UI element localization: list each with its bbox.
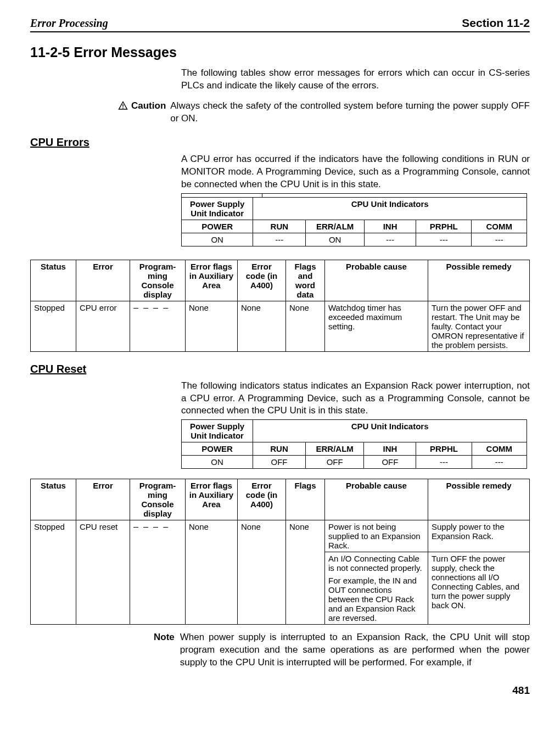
t1h1: Power Supply Unit Indicator xyxy=(182,197,253,220)
ce-h3: Error flags in Auxiliary Area xyxy=(186,260,238,301)
t2h2: CPU Unit Indicators xyxy=(253,420,527,442)
cpu-reset-ind-wrap: Power Supply Unit Indicator CPU Unit Ind… xyxy=(181,419,530,469)
ce-h0: Status xyxy=(31,260,76,301)
ce-code: None xyxy=(238,301,286,351)
t1c4: PRPHL xyxy=(416,220,472,233)
page-number: 481 xyxy=(30,685,530,697)
t1c5: COMM xyxy=(472,220,527,233)
ce-status: Stopped xyxy=(31,301,76,351)
t1c1: RUN xyxy=(253,220,306,233)
ce-display: – – – – xyxy=(130,301,186,351)
t2c5: COMM xyxy=(472,442,527,456)
cpu-reset-indicator-table: Power Supply Unit Indicator CPU Unit Ind… xyxy=(181,419,527,469)
ce-h6: Probable cause xyxy=(325,260,428,301)
ce-remedy: Turn the power OFF and restart. The Unit… xyxy=(428,301,530,351)
t1c3: INH xyxy=(365,220,416,233)
t2h1: Power Supply Unit Indicator xyxy=(182,420,253,442)
t2r3: OFF xyxy=(364,456,416,469)
t1r1: --- xyxy=(253,233,306,246)
ce-h5: Flags and word data xyxy=(286,260,325,301)
cr-cause2b: For example, the IN and OUT connections … xyxy=(325,574,428,625)
cr-h2: Program-ming Console display xyxy=(130,479,186,520)
header-left: Error Processing xyxy=(30,17,108,30)
note-label: Note xyxy=(154,631,175,669)
t2r0: ON xyxy=(182,456,253,469)
cr-remedy1: Supply power to the Expansion Rack. xyxy=(428,520,530,552)
ce-h4: Error code (in A400) xyxy=(238,260,286,301)
t2c1: RUN xyxy=(253,442,306,456)
header-right: Section 11-2 xyxy=(462,16,530,30)
t2c3: INH xyxy=(364,442,416,456)
cr-h5: Flags xyxy=(286,479,325,520)
caution-text: Always check the safety of the controlle… xyxy=(170,100,530,125)
t1c0: POWER xyxy=(182,220,253,233)
t1r5: --- xyxy=(472,233,527,246)
ce-h1: Error xyxy=(76,260,130,301)
t2r2: OFF xyxy=(305,456,364,469)
t2c4: PRPHL xyxy=(416,442,472,456)
cpu-errors-ind-fixed: Power Supply Unit Indicator CPU Unit Ind… xyxy=(181,197,530,246)
t2c0: POWER xyxy=(182,442,253,456)
note-text: When power supply is interrupted to an E… xyxy=(180,631,530,669)
t2c2: ERR/ALM xyxy=(305,442,364,456)
cpu-reset-status-table: Status Error Program-ming Console displa… xyxy=(30,479,530,625)
ce-fwd: None xyxy=(286,301,325,351)
caution-icon xyxy=(118,100,129,111)
cr-h1: Error xyxy=(76,479,130,520)
section-intro: The following tables show error messages… xyxy=(181,67,530,92)
svg-point-1 xyxy=(122,108,124,109)
cr-cause2a: An I/O Connecting Cable is not connected… xyxy=(325,552,428,575)
cr-h7: Possible remedy xyxy=(428,479,530,520)
t2r1: OFF xyxy=(253,456,306,469)
cr-h4: Error code (in A400) xyxy=(238,479,286,520)
cr-display: – – – – xyxy=(130,520,186,625)
table-row: Stopped CPU error – – – – None None None… xyxy=(31,301,530,351)
section-title: 11-2-5 Error Messages xyxy=(30,44,530,60)
ce-flags: None xyxy=(186,301,238,351)
t1h2: CPU Unit Indicators xyxy=(253,197,527,220)
t2r4: --- xyxy=(416,456,472,469)
cpu-errors-intro: A CPU error has occurred if the indicato… xyxy=(181,153,530,191)
cr-h3: Error flags in Auxiliary Area xyxy=(186,479,238,520)
cr-remedy2: Turn OFF the power supply, check the con… xyxy=(428,552,530,625)
table-row: Stopped CPU reset – – – – None None None… xyxy=(31,520,530,552)
cr-error: CPU reset xyxy=(76,520,130,625)
t1r2: ON xyxy=(306,233,365,246)
cpu-errors-status-table: Status Error Program-ming Console displa… xyxy=(30,260,530,352)
ce-h7: Possible remedy xyxy=(428,260,530,301)
cpu-reset-intro: The following indicators status indicate… xyxy=(181,380,530,418)
cr-code: None xyxy=(238,520,286,625)
t1r3: --- xyxy=(365,233,416,246)
caution-label: Caution xyxy=(131,100,166,113)
ce-cause: Watchdog timer has exceeded maximum sett… xyxy=(325,301,428,351)
page-header: Error Processing Section 11-2 xyxy=(30,16,530,32)
ce-error: CPU error xyxy=(76,301,130,351)
cr-flags: None xyxy=(186,520,238,625)
t1r0: ON xyxy=(182,233,253,246)
t2r5: --- xyxy=(472,456,527,469)
note-row: Note When power supply is interrupted to… xyxy=(154,631,530,669)
t1c2: ERR/ALM xyxy=(306,220,365,233)
ce-h2: Program-ming Console display xyxy=(130,260,186,301)
page: Error Processing Section 11-2 11-2-5 Err… xyxy=(0,0,560,708)
cpu-errors-indicator-table-2: Power Supply Unit Indicator CPU Unit Ind… xyxy=(181,197,527,246)
cr-cause1: Power is not being supplied to an Expans… xyxy=(325,520,428,552)
cr-h6: Probable cause xyxy=(325,479,428,520)
caution-row: Caution Always check the safety of the c… xyxy=(118,100,530,125)
cpu-errors-heading: CPU Errors xyxy=(30,136,530,149)
cr-status: Stopped xyxy=(31,520,76,625)
cpu-reset-heading: CPU Reset xyxy=(30,363,530,375)
t1r4: --- xyxy=(416,233,472,246)
cr-h0: Status xyxy=(31,479,76,520)
cr-f: None xyxy=(286,520,325,625)
